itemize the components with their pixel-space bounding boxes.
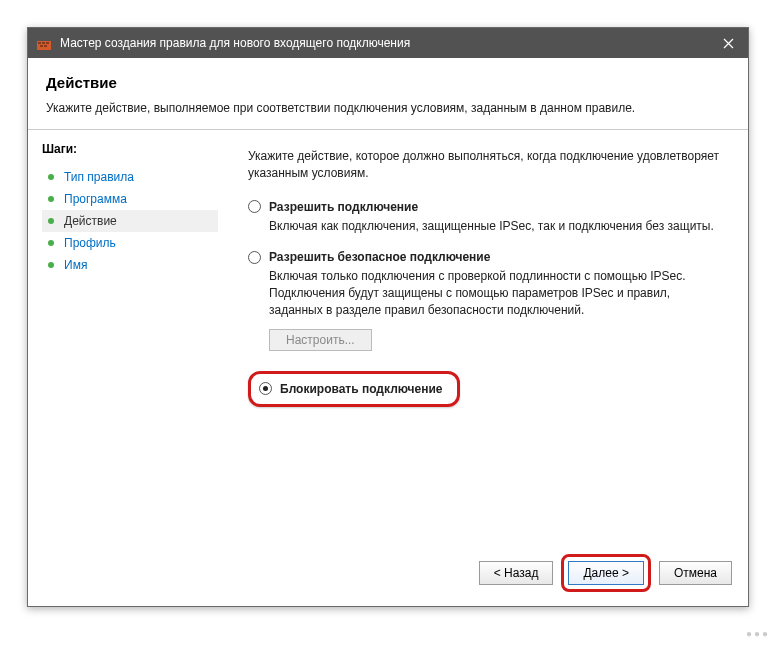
radio-allow-label: Разрешить подключение: [269, 200, 418, 214]
option-allow: Разрешить подключение Включая как подклю…: [248, 200, 726, 235]
step-action[interactable]: Действие: [42, 210, 218, 232]
wizard-dialog: Мастер создания правила для нового входя…: [27, 27, 749, 607]
steps-sidebar: Шаги: Тип правила Программа Действие Про…: [28, 130, 218, 596]
step-label: Программа: [64, 192, 127, 206]
radio-allow[interactable]: [248, 200, 261, 213]
step-label: Действие: [64, 214, 117, 228]
bullet-icon: [48, 196, 54, 202]
highlight-next: Далее >: [561, 554, 651, 592]
option-block: Блокировать подключение: [248, 367, 726, 407]
body: Шаги: Тип правила Программа Действие Про…: [28, 130, 748, 596]
close-icon: [723, 38, 734, 49]
bullet-icon: [48, 240, 54, 246]
cancel-button[interactable]: Отмена: [659, 561, 732, 585]
svg-rect-5: [44, 45, 47, 47]
resize-grip-icon: ●●●: [746, 628, 770, 639]
content-pane: Укажите действие, которое должно выполня…: [218, 130, 748, 596]
step-label: Тип правила: [64, 170, 134, 184]
svg-rect-3: [46, 42, 49, 44]
close-button[interactable]: [708, 28, 748, 58]
svg-rect-2: [42, 42, 45, 44]
step-label: Имя: [64, 258, 87, 272]
step-profile[interactable]: Профиль: [42, 232, 218, 254]
footer-buttons: < Назад Далее > Отмена: [479, 554, 732, 592]
bullet-icon: [48, 262, 54, 268]
radio-allow-secure[interactable]: [248, 251, 261, 264]
step-program[interactable]: Программа: [42, 188, 218, 210]
option-allow-secure-desc: Включая только подключения с проверкой п…: [269, 268, 726, 318]
app-icon: [36, 35, 52, 51]
configure-button: Настроить...: [269, 329, 372, 351]
option-allow-secure: Разрешить безопасное подключение Включая…: [248, 250, 726, 350]
page-subtitle: Укажите действие, выполняемое при соотве…: [46, 101, 730, 115]
highlight-block: Блокировать подключение: [248, 371, 460, 407]
steps-label: Шаги:: [42, 142, 218, 156]
intro-text: Укажите действие, которое должно выполня…: [248, 148, 726, 182]
radio-block-label: Блокировать подключение: [280, 382, 443, 396]
option-allow-desc: Включая как подключения, защищенные IPSe…: [269, 218, 726, 235]
svg-rect-1: [38, 42, 41, 44]
step-name[interactable]: Имя: [42, 254, 218, 276]
bullet-icon: [48, 218, 54, 224]
back-button[interactable]: < Назад: [479, 561, 554, 585]
step-label: Профиль: [64, 236, 116, 250]
header: Действие Укажите действие, выполняемое п…: [28, 58, 748, 130]
bullet-icon: [48, 174, 54, 180]
step-rule-type[interactable]: Тип правила: [42, 166, 218, 188]
next-button[interactable]: Далее >: [568, 561, 644, 585]
svg-rect-4: [40, 45, 43, 47]
window-title: Мастер создания правила для нового входя…: [60, 36, 708, 50]
radio-block[interactable]: [259, 382, 272, 395]
titlebar: Мастер создания правила для нового входя…: [28, 28, 748, 58]
page-title: Действие: [46, 74, 730, 91]
radio-allow-secure-label: Разрешить безопасное подключение: [269, 250, 490, 264]
